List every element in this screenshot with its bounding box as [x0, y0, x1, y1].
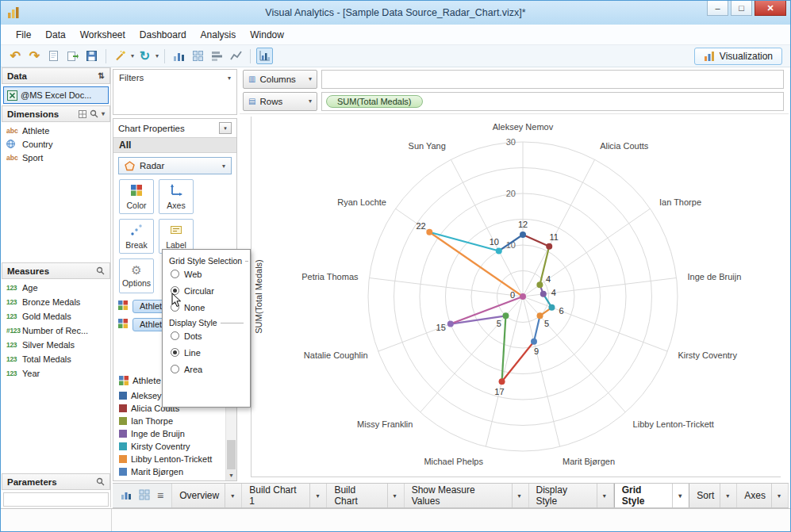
tab-build-chart-1[interactable]: Build Chart 1▾ [242, 484, 327, 507]
legend-item[interactable]: Ian Thorpe [113, 415, 225, 427]
visualization-button[interactable]: Visualization [694, 48, 782, 65]
prop-button-color[interactable]: Color [119, 179, 154, 214]
radial-axis-ticks: 102030 [506, 137, 516, 250]
chart-type-select[interactable]: Radar ▾ [118, 157, 232, 174]
tab-grid-style[interactable]: Grid Style▾ [614, 484, 690, 507]
dimension-item[interactable]: abcSport [2, 151, 110, 164]
prop-button-options[interactable]: ⚙Options [119, 258, 154, 293]
radio-option-web[interactable]: Web [169, 266, 244, 282]
measure-item[interactable]: 123Year [2, 366, 110, 381]
data-panel-title: Data [7, 71, 27, 81]
undo-icon[interactable]: ↶ [7, 48, 24, 64]
dimensions-title: Dimensions [7, 109, 59, 119]
radio-area[interactable] [171, 365, 179, 373]
legend-item[interactable]: Kirsty Coventry [113, 440, 225, 453]
chart-properties-dropdown[interactable]: ▾ [219, 122, 232, 134]
menu-item-data[interactable]: Data [38, 27, 72, 43]
chevron-down-icon[interactable]: ▾ [225, 484, 234, 507]
chart-type-grid-icon[interactable] [190, 48, 206, 64]
radio-web[interactable] [171, 270, 179, 278]
app-icon [7, 6, 20, 19]
chart-type-hbars-icon[interactable] [209, 48, 225, 64]
chart-axis-label: SUM(Total Medals) [254, 259, 263, 334]
chevron-down-icon[interactable]: ▾ [102, 110, 105, 117]
magic-wand-icon[interactable] [112, 48, 129, 64]
radar-chart[interactable]: Aleksey NemovAlicia CouttsIan ThorpeInge… [251, 116, 790, 479]
data-source-item[interactable]: @MS Excel Doc... [3, 86, 109, 104]
chevron-down-icon[interactable]: ▾ [309, 484, 319, 507]
close-button[interactable]: ✕ [755, 1, 786, 16]
chart-type-line-icon[interactable] [228, 48, 244, 64]
radio-option-line[interactable]: Line [169, 344, 244, 361]
radio-option-dots[interactable]: Dots [169, 327, 244, 344]
dimension-item[interactable]: Country [2, 137, 110, 151]
dimension-item[interactable]: abcAthlete [2, 124, 110, 137]
export-icon[interactable] [64, 48, 81, 64]
maximize-button[interactable]: □ [731, 1, 752, 16]
save-icon[interactable] [83, 48, 100, 64]
rows-button[interactable]: ▤ Rows ▾ [243, 92, 317, 111]
list-menu-icon[interactable]: ≡ [157, 489, 163, 502]
measure-item[interactable]: 123Age [2, 281, 110, 295]
chevron-down-icon[interactable]: ▾ [387, 484, 397, 507]
menu-item-dashboard[interactable]: Dashboard [132, 27, 194, 43]
chevron-down-icon[interactable]: ▾ [597, 484, 606, 507]
prop-button-break[interactable]: Break [119, 219, 154, 254]
prop-button-axes[interactable]: Axes [159, 179, 194, 214]
chevron-down-icon[interactable]: ▾ [720, 484, 729, 507]
columns-button[interactable]: ▥ Columns ▾ [243, 70, 317, 89]
tab-overview[interactable]: Overview▾ [171, 484, 242, 507]
measure-item[interactable]: #123Number of Rec... [2, 323, 110, 338]
search-icon[interactable] [96, 477, 105, 486]
radar-series[interactable] [429, 232, 551, 382]
measures-header: Measures [2, 262, 110, 279]
chevron-down-icon[interactable]: ▾ [228, 75, 231, 82]
columns-shelf[interactable] [321, 70, 784, 89]
chevron-down-icon[interactable]: ▾ [512, 484, 521, 507]
menu-item-window[interactable]: Window [243, 27, 291, 43]
view-grid-icon[interactable] [79, 110, 86, 118]
measure-item[interactable]: 123Bronze Medals [2, 295, 110, 309]
scroll-down-button[interactable]: ▼ [226, 469, 236, 480]
grid-style-popup: Grid Style SelectionWebCircularNoneDispl… [162, 249, 251, 408]
redo-icon[interactable]: ↷ [26, 48, 43, 64]
measure-item[interactable]: 123Total Medals [2, 352, 110, 366]
chevron-down-icon[interactable]: ▾ [131, 52, 134, 59]
radio-option-area[interactable]: Area [169, 361, 244, 377]
mini-chart-icon[interactable] [121, 489, 132, 503]
chevron-down-icon[interactable]: ▾ [771, 484, 781, 507]
rows-pill-sum-total-medals[interactable]: SUM(Total Medals) [326, 95, 423, 108]
legend-item[interactable]: Michael Phelps [113, 478, 225, 480]
radar-points[interactable]: 1211446591751502210 [416, 220, 563, 396]
sort-arrows-icon[interactable]: ⇅ [98, 71, 105, 80]
mini-grid-icon[interactable] [139, 489, 150, 503]
measure-item[interactable]: 123Gold Medals [2, 309, 110, 323]
menu-item-worksheet[interactable]: Worksheet [73, 27, 132, 43]
tab-sort[interactable]: Sort▾ [689, 484, 737, 507]
rows-shelf[interactable]: SUM(Total Medals) [321, 92, 784, 111]
search-icon[interactable] [96, 266, 105, 275]
color-icon [130, 184, 143, 198]
minimize-button[interactable]: – [707, 1, 728, 16]
color-legend-icon [119, 376, 129, 385]
legend-item[interactable]: Marit Bjørgen [113, 465, 225, 478]
chart-type-bar-selected-icon[interactable] [256, 48, 273, 64]
menu-item-analysis[interactable]: Analysis [194, 27, 244, 43]
menu-item-file[interactable]: File [9, 27, 38, 43]
radio-line-selected[interactable] [171, 348, 179, 357]
tab-build-chart[interactable]: Build Chart▾ [327, 484, 404, 507]
search-icon[interactable] [90, 109, 98, 118]
chart-type-bars-icon[interactable] [171, 48, 187, 64]
refresh-icon[interactable]: ↻ [136, 48, 153, 64]
new-worksheet-icon[interactable] [45, 48, 62, 64]
measure-item[interactable]: 123Silver Medals [2, 338, 110, 352]
chevron-down-icon[interactable]: ▾ [672, 484, 682, 507]
legend-item[interactable]: Inge de Bruijn [113, 427, 225, 440]
tab-show-measure-values[interactable]: Show Measure Values▾ [405, 484, 529, 507]
tab-display-style[interactable]: Display Style▾ [529, 484, 614, 507]
chevron-down-icon[interactable]: ▾ [156, 52, 159, 59]
radio-dots[interactable] [171, 331, 179, 340]
tab-axes[interactable]: Axes▾ [737, 484, 789, 507]
legend-item[interactable]: Libby Lenton-Trickett [113, 453, 225, 465]
svg-text:Sun Yang: Sun Yang [409, 141, 446, 151]
